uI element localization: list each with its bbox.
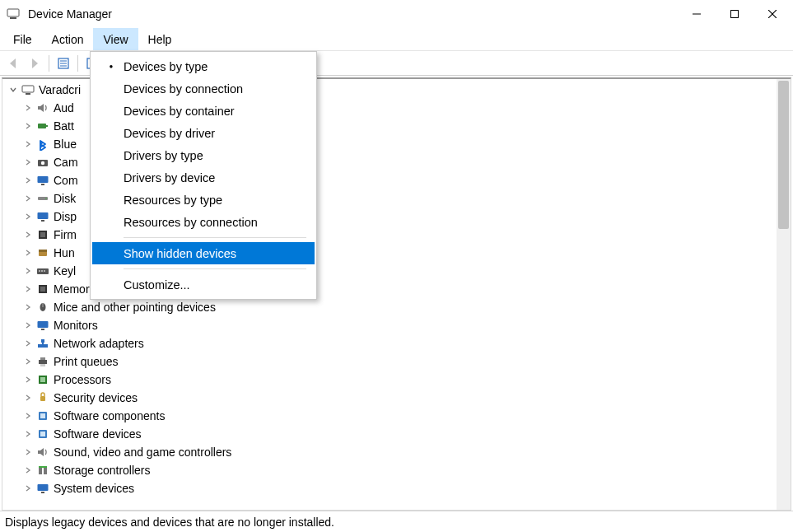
monitor-icon <box>35 318 50 333</box>
view-customize[interactable]: Customize... <box>92 273 315 296</box>
menubar: File Action View Help <box>0 28 793 51</box>
tree-category-label: Hun <box>54 246 75 259</box>
menu-action[interactable]: Action <box>42 28 94 50</box>
chevron-right-icon[interactable] <box>22 175 34 186</box>
menu-view[interactable]: View <box>93 28 138 50</box>
chevron-right-icon[interactable] <box>22 247 34 259</box>
forward-button[interactable] <box>25 54 44 73</box>
software-icon <box>35 427 50 441</box>
toolbar-separator <box>49 55 49 72</box>
computer-icon <box>21 82 35 97</box>
view-drivers-by-type[interactable]: Drivers by type <box>92 144 315 166</box>
root-label: Varadcri <box>39 83 81 96</box>
storage-icon <box>35 463 50 478</box>
window-controls <box>678 2 791 26</box>
tree-category[interactable]: Storage controllers <box>22 461 776 479</box>
tree-category-label: Monitors <box>54 319 98 332</box>
view-devices-by-connection[interactable]: Devices by connection <box>92 77 315 100</box>
minimize-button[interactable] <box>678 2 716 26</box>
tree-category[interactable]: Sound, video and game controllers <box>22 443 776 461</box>
tree-category-label: Processors <box>54 373 111 386</box>
title-text: Device Manager <box>28 7 112 21</box>
tree-category-label: Aud <box>54 101 74 114</box>
tree-category-label: Batt <box>54 119 74 133</box>
view-devices-by-container[interactable]: Devices by container <box>92 100 315 122</box>
maximize-button[interactable] <box>716 2 753 26</box>
chevron-right-icon[interactable] <box>22 301 34 313</box>
tree-category-label: Cam <box>54 156 78 169</box>
chevron-right-icon[interactable] <box>22 211 34 222</box>
battery-icon <box>35 119 50 133</box>
chevron-right-icon[interactable] <box>22 428 34 440</box>
titlebar: Device Manager <box>0 0 793 28</box>
tree-category-label: Disk <box>54 192 76 205</box>
chevron-right-icon[interactable] <box>22 102 34 114</box>
chevron-right-icon[interactable] <box>22 120 34 132</box>
back-button[interactable] <box>3 54 23 73</box>
chevron-down-icon[interactable] <box>7 84 19 96</box>
app-icon <box>7 7 20 21</box>
tree-category-label: Storage controllers <box>54 464 151 477</box>
svg-rect-12 <box>22 86 34 92</box>
chevron-right-icon[interactable] <box>22 283 34 295</box>
chevron-right-icon[interactable] <box>22 320 34 331</box>
software-icon <box>35 408 50 423</box>
tree-category[interactable]: Processors <box>22 371 776 389</box>
tree-category[interactable]: Security devices <box>22 389 776 407</box>
tree-category[interactable]: Mice and other pointing devices <box>22 298 776 316</box>
hdd-icon <box>35 191 50 206</box>
tree-category-label: Security devices <box>54 391 138 404</box>
chevron-right-icon[interactable] <box>22 410 34 422</box>
scrollbar-thumb[interactable] <box>778 81 789 229</box>
view-resources-by-connection[interactable]: Resources by connection <box>92 211 315 233</box>
tree-category-label: Sound, video and game controllers <box>54 446 231 459</box>
chevron-right-icon[interactable] <box>22 446 34 458</box>
view-devices-by-driver[interactable]: Devices by driver <box>92 122 315 144</box>
view-devices-by-type[interactable]: ●Devices by type <box>92 55 315 77</box>
properties-button[interactable] <box>54 54 73 73</box>
speaker-icon <box>35 100 50 115</box>
camera-icon <box>35 155 50 170</box>
chevron-right-icon[interactable] <box>22 156 34 168</box>
view-show-hidden-devices[interactable]: Show hidden devices <box>92 242 315 264</box>
tree-category[interactable]: Network adapters <box>22 334 776 352</box>
tree-category-label: Network adapters <box>54 337 144 350</box>
view-resources-by-type[interactable]: Resources by type <box>92 189 315 211</box>
bluetooth-icon <box>35 137 50 152</box>
cpu-icon <box>35 372 50 387</box>
chevron-right-icon[interactable] <box>22 483 34 494</box>
chevron-right-icon[interactable] <box>22 265 34 277</box>
toolbar-separator <box>77 55 78 72</box>
chip-icon <box>35 282 50 296</box>
network-icon <box>35 336 50 351</box>
tree-category-label: System devices <box>54 482 134 495</box>
close-button[interactable] <box>753 2 791 26</box>
tree-category[interactable]: Software components <box>22 407 776 425</box>
mouse-icon <box>35 300 50 315</box>
chevron-right-icon[interactable] <box>22 193 34 204</box>
tree-category[interactable]: Software devices <box>22 425 776 443</box>
tree-category-label: Mice and other pointing devices <box>54 301 216 314</box>
view-drivers-by-device[interactable]: Drivers by device <box>92 166 315 189</box>
vertical-scrollbar[interactable] <box>777 79 791 510</box>
chevron-right-icon[interactable] <box>22 464 34 476</box>
tree-category[interactable]: Print queues <box>22 352 776 371</box>
monitor-icon <box>35 481 50 496</box>
menu-help[interactable]: Help <box>138 28 182 50</box>
chevron-right-icon[interactable] <box>22 138 34 150</box>
tree-category-label: Firm <box>54 228 77 241</box>
view-dropdown: ●Devices by type Devices by connection D… <box>90 51 317 300</box>
tree-category[interactable]: System devices <box>22 479 776 497</box>
menu-file[interactable]: File <box>3 28 42 50</box>
chevron-right-icon[interactable] <box>22 374 34 385</box>
svg-rect-0 <box>7 9 19 16</box>
tree-category-label: Software components <box>54 409 165 422</box>
chevron-right-icon[interactable] <box>22 229 34 240</box>
tree-category[interactable]: Monitors <box>22 316 776 334</box>
svg-rect-1 <box>10 17 16 19</box>
device-manager-window: Device Manager File Action View Help <box>0 0 793 532</box>
chevron-right-icon[interactable] <box>22 356 34 367</box>
menu-separator <box>124 237 306 238</box>
chevron-right-icon[interactable] <box>22 392 34 404</box>
chevron-right-icon[interactable] <box>22 338 34 349</box>
